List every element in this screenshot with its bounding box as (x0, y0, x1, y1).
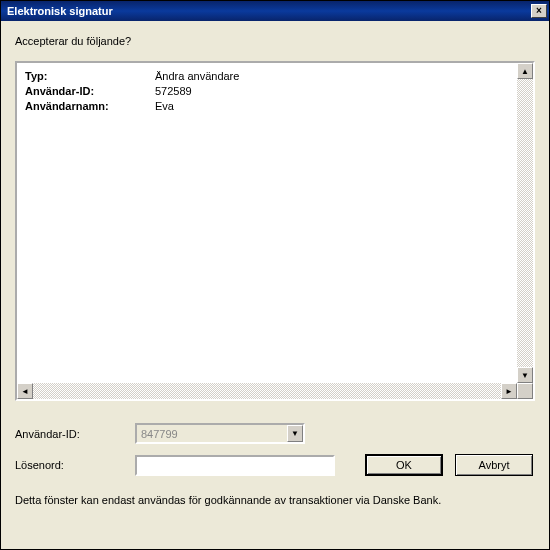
detail-label-userid: Användar-ID: (25, 84, 155, 99)
details-inner: Typ: Ändra användare Användar-ID: 572589… (17, 63, 517, 383)
user-id-value: 847799 (141, 428, 178, 440)
prompt-text: Accepterar du följande? (15, 35, 535, 47)
detail-value-type: Ändra användare (155, 69, 509, 84)
password-row: Lösenord: OK Avbryt (15, 454, 535, 476)
detail-label-username: Användarnamn: (25, 99, 155, 114)
details-panel: Typ: Ändra användare Användar-ID: 572589… (15, 61, 535, 401)
close-icon: × (536, 6, 542, 16)
horizontal-scroll-track[interactable] (33, 383, 501, 399)
user-id-row: Användar-ID: 847799 ▼ (15, 423, 535, 444)
detail-label-type: Typ: (25, 69, 155, 84)
scroll-down-button[interactable]: ▼ (517, 367, 533, 383)
vertical-scrollbar[interactable]: ▲ ▼ (517, 63, 533, 383)
detail-row: Användarnamn: Eva (25, 99, 509, 114)
form-area: Användar-ID: 847799 ▼ Lösenord: OK Avbry… (15, 423, 535, 486)
detail-row: Användar-ID: 572589 (25, 84, 509, 99)
detail-row: Typ: Ändra användare (25, 69, 509, 84)
password-label: Lösenord: (15, 459, 135, 471)
arrow-down-icon: ▼ (521, 371, 529, 380)
select-arrow-button[interactable]: ▼ (287, 425, 303, 442)
arrow-up-icon: ▲ (521, 67, 529, 76)
dialog-content: Accepterar du följande? Typ: Ändra använ… (1, 21, 549, 549)
scroll-left-button[interactable]: ◄ (17, 383, 33, 399)
arrow-left-icon: ◄ (21, 387, 29, 396)
titlebar: Elektronisk signatur × (1, 1, 549, 21)
footer-note: Detta fönster kan endast användas för go… (15, 494, 535, 506)
dialog-window: Elektronisk signatur × Accepterar du föl… (0, 0, 550, 550)
scroll-right-button[interactable]: ► (501, 383, 517, 399)
close-button[interactable]: × (531, 4, 547, 18)
vertical-scroll-track[interactable] (517, 79, 533, 367)
scrollbar-corner (517, 383, 533, 399)
ok-button[interactable]: OK (365, 454, 443, 476)
detail-value-userid: 572589 (155, 84, 509, 99)
password-input[interactable] (135, 455, 335, 476)
user-id-label: Användar-ID: (15, 428, 135, 440)
horizontal-scrollbar[interactable]: ◄ ► (17, 383, 517, 399)
cancel-button[interactable]: Avbryt (455, 454, 533, 476)
window-title: Elektronisk signatur (7, 5, 113, 17)
detail-value-username: Eva (155, 99, 509, 114)
chevron-down-icon: ▼ (291, 429, 299, 438)
user-id-select[interactable]: 847799 ▼ (135, 423, 305, 444)
scroll-up-button[interactable]: ▲ (517, 63, 533, 79)
arrow-right-icon: ► (505, 387, 513, 396)
